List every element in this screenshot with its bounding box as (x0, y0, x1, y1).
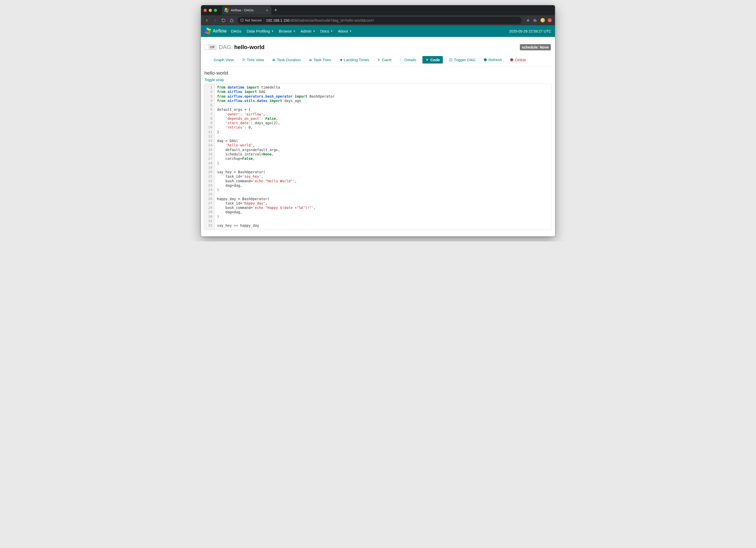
tab-label: Task Tries (314, 58, 331, 62)
tab-code[interactable]: Code (422, 56, 443, 64)
svg-rect-14 (378, 59, 379, 59)
toggle-off-label: Off (208, 45, 216, 50)
maximize-window-button[interactable] (214, 9, 217, 12)
svg-rect-2 (534, 19, 534, 21)
svg-point-5 (242, 59, 243, 59)
brand-text: Airflow (213, 28, 227, 34)
browser-chrome: Airflow - DAGs × + Not Secure (201, 5, 555, 25)
code-block: 1234567891011121314151617181920212223242… (204, 84, 551, 230)
nav-item-admin[interactable]: Admin▾ (300, 29, 315, 33)
tab-title: Airflow - DAGs (231, 8, 254, 12)
toggle-spacer (205, 45, 208, 49)
extension-icon[interactable] (548, 18, 552, 22)
code-source[interactable]: from datetime import timedelta from airf… (215, 84, 551, 230)
list-icon (399, 58, 403, 62)
minimize-window-button[interactable] (209, 9, 212, 12)
browser-tab[interactable]: Airflow - DAGs × (222, 6, 271, 15)
airflow-logo-icon (205, 28, 211, 34)
tab-label: Refresh (488, 58, 502, 62)
schedule-badge: schedule: None (520, 44, 551, 50)
svg-rect-12 (310, 59, 311, 61)
chevron-down-icon: ▾ (350, 29, 351, 33)
play-circle-icon (449, 58, 453, 62)
tab-task-tries[interactable]: Task Tries (307, 56, 333, 63)
svg-point-6 (242, 60, 243, 61)
nav-item-about[interactable]: About▾ (338, 29, 351, 33)
dag-label: DAG: (219, 44, 233, 51)
media-control-icon[interactable] (533, 18, 538, 23)
svg-point-7 (244, 59, 245, 60)
tree-icon (242, 58, 245, 62)
page-body: Off DAG: hello-world schedule: None Grap… (201, 37, 555, 236)
svg-rect-16 (378, 60, 379, 61)
dag-header: Off DAG: hello-world schedule: None (204, 41, 552, 54)
svg-rect-8 (273, 59, 273, 61)
browser-tabbar: Airflow - DAGs × + (201, 5, 555, 15)
svg-rect-9 (274, 59, 274, 61)
nav-item-docs[interactable]: Docs▾ (320, 29, 333, 33)
tab-label: Delete (515, 58, 526, 62)
chevron-down-icon: ▾ (313, 29, 315, 33)
tab-gantt[interactable]: Gantt (375, 56, 394, 63)
svg-rect-10 (274, 59, 275, 61)
retry-chart-icon (309, 58, 312, 62)
forward-button[interactable] (213, 18, 218, 23)
airflow-navbar: Airflow DAGsData Profiling▾Browse▾Admin▾… (201, 25, 555, 37)
brand[interactable]: Airflow (205, 28, 227, 34)
trash-icon (510, 58, 514, 62)
refresh-icon (483, 58, 487, 62)
chevron-down-icon: ▾ (294, 29, 295, 33)
tab-label: Gantt (382, 58, 392, 62)
tab-refresh[interactable]: Refresh (482, 56, 504, 63)
close-window-button[interactable] (204, 9, 207, 12)
address-bar[interactable]: Not Secure 192.168.1.150:8080/admin/airf… (237, 17, 522, 24)
svg-point-18 (400, 60, 400, 60)
bolt-icon (425, 58, 429, 62)
nav-links: DAGsData Profiling▾Browse▾Admin▾Docs▾Abo… (231, 29, 351, 33)
chevron-down-icon: ▾ (272, 29, 273, 33)
gantt-icon (377, 58, 381, 62)
bookmark-star-icon[interactable]: ★ (526, 18, 530, 23)
tab-trigger-dag[interactable]: Trigger DAG (447, 56, 477, 63)
bar-chart-icon (272, 58, 276, 62)
tab-label: Graph View (214, 58, 234, 62)
tab-delete[interactable]: Delete (508, 56, 528, 63)
nav-item-data-profiling[interactable]: Data Profiling▾ (247, 29, 273, 33)
favicon-icon (224, 8, 229, 13)
toolbar-right: ★ (526, 18, 552, 23)
plane-icon (339, 58, 343, 62)
tab-graph-view[interactable]: Graph View (207, 56, 236, 63)
security-label: Not Secure (245, 18, 262, 22)
tab-task-duration[interactable]: Task Duration (270, 56, 303, 63)
dag-pause-toggle[interactable]: Off (204, 45, 217, 50)
new-tab-button[interactable]: + (274, 7, 277, 13)
svg-point-19 (400, 60, 400, 61)
browser-toolbar: Not Secure 192.168.1.150:8080/admin/airf… (201, 15, 555, 25)
svg-rect-3 (535, 19, 535, 22)
tab-tree-view[interactable]: Tree View (240, 56, 266, 63)
tab-label: Details (404, 58, 416, 62)
svg-rect-11 (309, 60, 310, 61)
back-button[interactable] (204, 18, 210, 23)
tab-label: Trigger DAG (454, 58, 476, 62)
svg-point-17 (400, 59, 400, 59)
tab-close-icon[interactable]: × (266, 9, 268, 12)
separator (264, 18, 264, 23)
asterisk-icon (209, 58, 212, 62)
nav-item-browse[interactable]: Browse▾ (279, 29, 295, 33)
url-text: 192.168.1.150:8080/admin/airflow/code?da… (266, 18, 374, 22)
site-security-icon[interactable]: Not Secure (240, 18, 262, 22)
tab-label: Tree View (247, 58, 264, 62)
tab-label: Task Duration (277, 58, 301, 62)
toggle-wrap-link[interactable]: Toggle wrap (204, 77, 225, 83)
dag-title: DAG: hello-world (219, 44, 265, 51)
tab-landing-times[interactable]: Landing Times (337, 56, 371, 63)
navbar-clock: 2020-05-26 22:59:27 UTC (509, 29, 551, 33)
profile-avatar[interactable] (541, 18, 545, 22)
svg-rect-13 (311, 59, 312, 61)
home-button[interactable] (229, 18, 234, 23)
code-gutter: 1234567891011121314151617181920212223242… (204, 84, 215, 230)
tab-details[interactable]: Details (398, 56, 418, 63)
reload-button[interactable] (221, 18, 226, 23)
nav-item-dags[interactable]: DAGs (231, 29, 241, 33)
